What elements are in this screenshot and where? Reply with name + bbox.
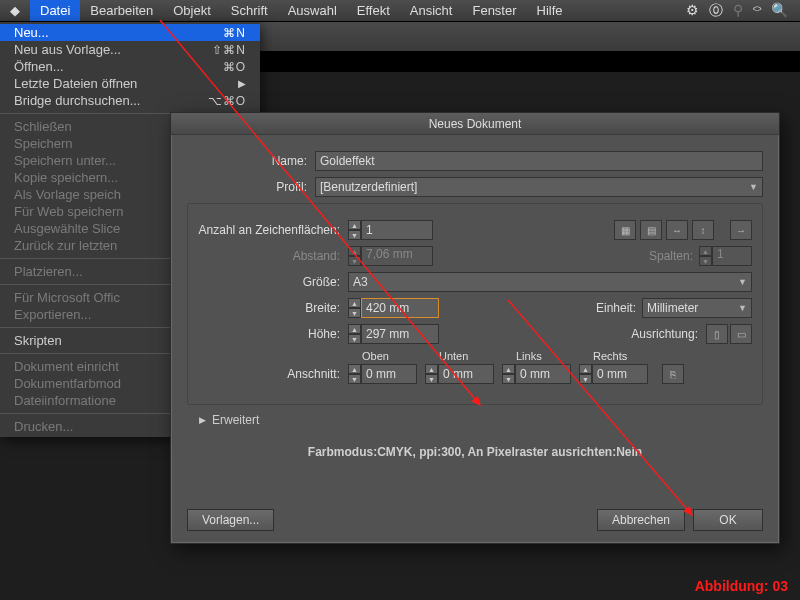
shortcut-label: ⌘N (223, 26, 246, 40)
profile-select[interactable]: [Benutzerdefiniert] ▼ (315, 177, 763, 197)
bleed-right-label: Rechts (579, 350, 627, 362)
spotlight-icon[interactable]: 🔍 (771, 2, 788, 20)
menu-item[interactable]: Bridge durchsuchen...⌥⌘O (0, 92, 260, 109)
submenu-arrow-icon: ▶ (238, 78, 246, 89)
row-ltr-icon[interactable]: ↔ (666, 220, 688, 240)
size-value: A3 (353, 275, 368, 289)
shortcut-label: ⌥⌘O (208, 94, 246, 108)
size-select[interactable]: A3 ▼ (348, 272, 752, 292)
bleed-right-stepper[interactable]: ▲▼ (579, 364, 648, 384)
arrow-right-icon[interactable]: → (730, 220, 752, 240)
menu-hilfe[interactable]: Hilfe (527, 0, 573, 21)
artboards-label: Anzahl an Zeichenflächen: (198, 223, 348, 237)
mode-summary: Farbmodus:CMYK, ppi:300, An Pixelraster … (187, 445, 763, 459)
menu-item-label: Bridge durchsuchen... (14, 93, 140, 108)
portrait-icon[interactable]: ▯ (706, 324, 728, 344)
menu-schrift[interactable]: Schrift (221, 0, 278, 21)
profile-value: [Benutzerdefiniert] (320, 180, 417, 194)
name-input[interactable] (315, 151, 763, 171)
triangle-right-icon: ▶ (199, 415, 206, 425)
chevron-down-icon: ▼ (738, 277, 747, 287)
cancel-button[interactable]: Abbrechen (597, 509, 685, 531)
artboards-stepper[interactable]: ▲▼ (348, 220, 433, 240)
menu-datei[interactable]: Datei (30, 0, 80, 21)
bleed-bottom-input[interactable] (438, 364, 494, 384)
bleed-left-input[interactable] (515, 364, 571, 384)
menu-item-label: Neu... (14, 25, 49, 40)
chevron-down-icon: ▼ (749, 182, 758, 192)
dialog-title: Neues Dokument (171, 113, 779, 135)
menu-item-label: Letzte Dateien öffnen (14, 76, 137, 91)
bleed-right-input[interactable] (592, 364, 648, 384)
status-icons: ⚙︎ ⓪ ⚲ ⌔ 🔍 (686, 2, 800, 20)
grid-by-col-icon[interactable]: ▤ (640, 220, 662, 240)
height-label: Höhe: (198, 327, 348, 341)
sync-icon[interactable]: ⓪ (709, 2, 723, 20)
menu-item[interactable]: Öffnen...⌘O (0, 58, 260, 75)
extension-icon[interactable]: ⚙︎ (686, 2, 699, 20)
menu-apple[interactable]: ◆ (0, 0, 30, 21)
spacing-stepper: ▲▼ 7,06 mm (348, 246, 433, 266)
link-bleed-icon[interactable]: ⎘ (662, 364, 684, 384)
menu-item-label: Speichern unter... (14, 153, 116, 168)
menu-ansicht[interactable]: Ansicht (400, 0, 463, 21)
grid-by-row-icon[interactable]: ▦ (614, 220, 636, 240)
menu-item-label: Neu aus Vorlage... (14, 42, 121, 57)
menu-item-label: Öffnen... (14, 59, 64, 74)
menu-auswahl[interactable]: Auswahl (278, 0, 347, 21)
menu-item[interactable]: Neu aus Vorlage...⇧⌘N (0, 41, 260, 58)
height-input[interactable] (361, 324, 439, 344)
document-settings-group: Anzahl an Zeichenflächen: ▲▼ ▦ ▤ ↔ ↕ → A… (187, 203, 763, 405)
unit-label: Einheit: (596, 301, 642, 315)
name-label: Name: (187, 154, 315, 168)
bleed-bottom-stepper[interactable]: ▲▼ (425, 364, 494, 384)
menubar: ◆ Datei Bearbeiten Objekt Schrift Auswah… (0, 0, 800, 22)
columns-value: 1 (712, 246, 752, 266)
menu-item-label: Speichern (14, 136, 73, 151)
size-label: Größe: (198, 275, 348, 289)
bleed-top-input[interactable] (361, 364, 417, 384)
bleed-top-stepper[interactable]: ▲▼ (348, 364, 417, 384)
menu-item-label: Dokument einricht (14, 359, 119, 374)
width-stepper[interactable]: ▲▼ (348, 298, 439, 318)
new-document-dialog: Neues Dokument Name: Profil: [Benutzerde… (170, 112, 780, 544)
menu-item[interactable]: Neu...⌘N (0, 24, 260, 41)
menu-item-label: Für Microsoft Offic (14, 290, 120, 305)
menu-item-label: Als Vorlage speich (14, 187, 121, 202)
menu-bearbeiten[interactable]: Bearbeiten (80, 0, 163, 21)
advanced-toggle[interactable]: ▶ Erweitert (199, 413, 763, 427)
unit-value: Millimeter (647, 301, 698, 315)
menu-item-label: Schließen (14, 119, 72, 134)
menu-item-label: Zurück zur letzten (14, 238, 117, 253)
landscape-icon[interactable]: ▭ (730, 324, 752, 344)
unit-select[interactable]: Millimeter ▼ (642, 298, 752, 318)
menu-item-label: Für Web speichern (14, 204, 124, 219)
menu-objekt[interactable]: Objekt (163, 0, 221, 21)
bluetooth-icon[interactable]: ⚲ (733, 2, 743, 20)
menu-item-label: Ausgewählte Slice (14, 221, 120, 236)
spacing-label: Abstand: (198, 249, 348, 263)
bleed-bottom-label: Unten (425, 350, 468, 362)
orientation-label: Ausrichtung: (631, 327, 704, 341)
bleed-left-stepper[interactable]: ▲▼ (502, 364, 571, 384)
profile-label: Profil: (187, 180, 315, 194)
artboards-input[interactable] (361, 220, 433, 240)
menu-item[interactable]: Letzte Dateien öffnen▶ (0, 75, 260, 92)
menu-fenster[interactable]: Fenster (462, 0, 526, 21)
menu-item-label: Platzieren... (14, 264, 83, 279)
height-stepper[interactable]: ▲▼ (348, 324, 439, 344)
width-input[interactable] (361, 298, 439, 318)
row-rtl-icon[interactable]: ↕ (692, 220, 714, 240)
menu-effekt[interactable]: Effekt (347, 0, 400, 21)
app-logo-icon: ◆ (10, 3, 20, 18)
menu-item-label: Skripten (14, 333, 62, 348)
figure-caption: Abbildung: 03 (695, 578, 788, 594)
menu-item-label: Kopie speichern... (14, 170, 118, 185)
ok-button[interactable]: OK (693, 509, 763, 531)
menu-item-label: Dokumentfarbmod (14, 376, 121, 391)
advanced-label: Erweitert (212, 413, 259, 427)
wifi-icon[interactable]: ⌔ (753, 2, 761, 20)
columns-label: Spalten: (649, 249, 699, 263)
chevron-down-icon: ▼ (738, 303, 747, 313)
templates-button[interactable]: Vorlagen... (187, 509, 274, 531)
